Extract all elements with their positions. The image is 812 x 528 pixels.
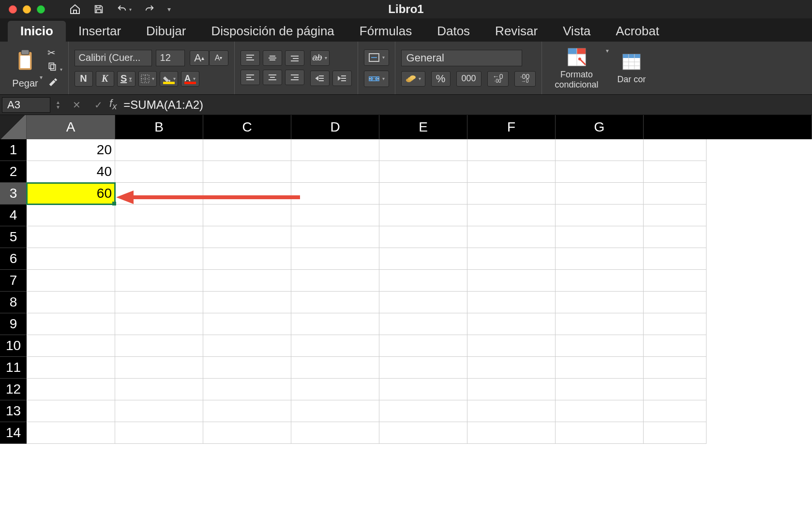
format-painter-icon[interactable] [47,76,62,89]
column-header-A[interactable]: A [27,115,115,139]
cell-C3[interactable] [203,183,291,205]
cell-partial-row8[interactable] [644,292,707,313]
cell-D14[interactable] [291,422,379,444]
font-color-button[interactable]: A [181,71,199,87]
row-header-7[interactable]: 7 [0,270,27,292]
cell-partial-row7[interactable] [644,270,707,292]
name-box[interactable]: A3 [2,97,50,113]
row-header-10[interactable]: 10 [0,335,27,357]
cell-D13[interactable] [291,400,379,422]
cell-A1[interactable]: 20 [27,139,115,161]
cell-E12[interactable] [379,379,467,400]
tab-insertar[interactable]: Insertar [66,21,134,42]
cell-D4[interactable] [291,205,379,226]
name-box-stepper[interactable]: ▲▼ [50,100,66,110]
tab-inicio[interactable]: Inicio [8,21,66,42]
cell-E7[interactable] [379,270,467,292]
thousands-button[interactable]: 000 [456,71,481,87]
cell-G13[interactable] [556,400,644,422]
cell-D1[interactable] [291,139,379,161]
cell-A14[interactable] [27,422,115,444]
cell-B7[interactable] [115,270,203,292]
cell-G4[interactable] [556,205,644,226]
cell-G8[interactable] [556,292,644,313]
tab-disposicion[interactable]: Disposición de página [198,21,346,42]
cell-B5[interactable] [115,226,203,248]
decrease-indent-button[interactable] [310,71,330,86]
cell-F11[interactable] [467,357,556,379]
cell-B3[interactable] [115,183,203,205]
cell-E8[interactable] [379,292,467,313]
cell-A8[interactable] [27,292,115,313]
tab-dibujar[interactable]: Dibujar [134,21,198,42]
cell-C8[interactable] [203,292,291,313]
cell-F12[interactable] [467,379,556,400]
number-format-select[interactable]: General [401,50,522,66]
increase-decimal-button[interactable]: ←0·00 [487,71,509,87]
cell-E2[interactable] [379,161,467,183]
cell-G1[interactable] [556,139,644,161]
cell-E6[interactable] [379,248,467,270]
underline-button[interactable]: S [117,71,135,87]
cell-partial-row6[interactable] [644,248,707,270]
cell-D2[interactable] [291,161,379,183]
cell-G10[interactable] [556,335,644,357]
row-header-4[interactable]: 4 [0,205,27,226]
qat-customize-button[interactable]: ▾ [167,5,171,13]
cell-partial-row1[interactable] [644,139,707,161]
cell-G14[interactable] [556,422,644,444]
cell-B11[interactable] [115,357,203,379]
wrap-text-button[interactable] [364,49,389,66]
cond-format-dropdown[interactable]: ▾ [606,47,609,54]
home-icon[interactable] [69,3,81,15]
decrease-font-button[interactable]: A▾ [209,50,228,66]
row-header-13[interactable]: 13 [0,400,27,422]
cell-C2[interactable] [203,161,291,183]
cell-E10[interactable] [379,335,467,357]
percent-button[interactable]: % [431,71,451,87]
cell-D5[interactable] [291,226,379,248]
decrease-decimal-button[interactable]: ·00→0 [514,71,536,87]
row-header-11[interactable]: 11 [0,357,27,379]
cell-partial-row13[interactable] [644,400,707,422]
cell-F3[interactable] [467,183,556,205]
cell-F5[interactable] [467,226,556,248]
currency-button[interactable] [401,71,425,87]
paste-button[interactable] [12,47,39,74]
cell-E4[interactable] [379,205,467,226]
cell-B6[interactable] [115,248,203,270]
cell-G7[interactable] [556,270,644,292]
cell-E9[interactable] [379,313,467,335]
column-header-C[interactable]: C [203,115,291,139]
cell-partial-row12[interactable] [644,379,707,400]
cell-F4[interactable] [467,205,556,226]
cell-partial-row2[interactable] [644,161,707,183]
tab-formulas[interactable]: Fórmulas [347,21,424,42]
row-header-2[interactable]: 2 [0,161,27,183]
paste-dropdown[interactable]: ▾ [40,74,43,81]
row-header-14[interactable]: 14 [0,422,27,444]
close-window-button[interactable] [9,5,17,14]
cell-G11[interactable] [556,357,644,379]
align-left-button[interactable] [241,70,260,85]
font-size-select[interactable]: 12 [156,50,185,66]
cell-A7[interactable] [27,270,115,292]
cell-A2[interactable]: 40 [27,161,115,183]
row-header-3[interactable]: 3 [0,183,27,205]
font-name-select[interactable]: Calibri (Cuer... [75,50,152,66]
cell-B4[interactable] [115,205,203,226]
cell-A11[interactable] [27,357,115,379]
cell-F6[interactable] [467,248,556,270]
fill-color-button[interactable] [160,71,178,87]
cell-F13[interactable] [467,400,556,422]
increase-font-button[interactable]: A▴ [190,50,209,66]
cell-E11[interactable] [379,357,467,379]
cell-partial-row4[interactable] [644,205,707,226]
cell-F8[interactable] [467,292,556,313]
cell-F10[interactable] [467,335,556,357]
row-header-5[interactable]: 5 [0,226,27,248]
column-header-F[interactable]: F [467,115,556,139]
align-bottom-button[interactable] [285,50,304,66]
orientation-button[interactable]: ab [310,50,330,66]
align-top-button[interactable] [241,50,260,66]
